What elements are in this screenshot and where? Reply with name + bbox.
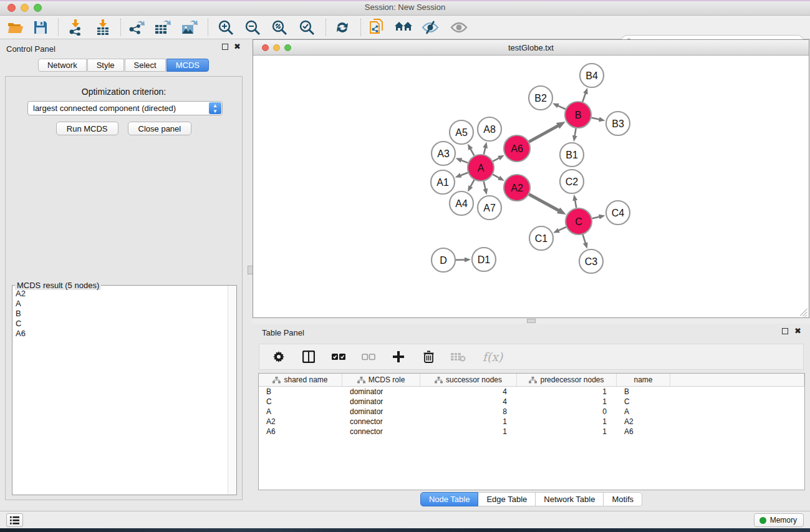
export-image-icon[interactable]: [179, 17, 200, 37]
task-history-button[interactable]: [6, 513, 23, 527]
column-header-shared-name[interactable]: shared name: [259, 374, 342, 386]
edge-A-A4[interactable]: [470, 180, 474, 186]
close-table-panel-icon[interactable]: ✖: [794, 328, 801, 334]
tab-mcds[interactable]: MCDS: [166, 59, 209, 72]
mcds-result-list[interactable]: A2ABCA6: [13, 288, 227, 494]
edge-A-A5[interactable]: [470, 148, 474, 155]
table-panel-title: Table Panel: [262, 328, 304, 337]
node-label-C: C: [575, 216, 582, 227]
table-row[interactable]: A6connector11A6: [259, 427, 804, 437]
export-table-icon[interactable]: [152, 17, 173, 37]
tab-motifs[interactable]: Motifs: [604, 492, 642, 506]
import-table-icon[interactable]: [92, 17, 113, 37]
new-session-icon[interactable]: [367, 17, 388, 37]
tab-network-table[interactable]: Network Table: [536, 492, 604, 506]
node-label-B4: B4: [586, 70, 598, 81]
result-scrollbar[interactable]: [228, 286, 236, 495]
horizontal-splitter-grip[interactable]: [527, 319, 536, 323]
close-panel-icon[interactable]: ✖: [234, 44, 241, 50]
show-graphics-details-icon[interactable]: [448, 17, 470, 37]
float-panel-icon[interactable]: [222, 44, 228, 50]
node-table[interactable]: shared nameMCDS rolesuccessor nodesprede…: [258, 373, 805, 490]
import-network-icon[interactable]: [65, 17, 86, 37]
refresh-icon[interactable]: [332, 17, 353, 37]
edge-C-C3[interactable]: [583, 235, 586, 243]
mcds-result-item[interactable]: B: [16, 309, 224, 319]
memory-button[interactable]: Memory: [754, 513, 804, 527]
edge-B-B1[interactable]: [575, 128, 576, 137]
table-row[interactable]: A2connector11A2: [259, 417, 804, 427]
hide-graphics-details-icon[interactable]: [420, 17, 441, 37]
tab-style[interactable]: Style: [87, 59, 124, 72]
table-row[interactable]: Cdominator41C: [259, 397, 804, 407]
edge-A2-C[interactable]: [529, 195, 559, 211]
table-body: Bdominator41BCdominator41CAdominator80AA…: [259, 387, 804, 437]
network-canvas[interactable]: B4B2BB3A5A8A6A3B1AA1C2A2A4A7C4CC1DD1C3: [253, 56, 809, 317]
zoom-fit-icon[interactable]: [269, 17, 290, 37]
delete-column-trash-icon[interactable]: [420, 349, 436, 365]
zoom-in-icon[interactable]: [215, 17, 236, 37]
node-label-A7: A7: [483, 203, 496, 213]
node-label-D: D: [440, 255, 447, 266]
mcds-result-item[interactable]: C: [16, 319, 224, 329]
edge-A-A2[interactable]: [493, 175, 499, 178]
node-label-D1: D1: [478, 254, 491, 265]
toolbar-separator: [208, 19, 208, 36]
mcds-result-item[interactable]: A: [16, 299, 224, 309]
edge-B-B4[interactable]: [582, 93, 586, 102]
mcds-result-item[interactable]: A2: [16, 289, 224, 299]
create-column-plus-icon[interactable]: [390, 349, 407, 365]
edge-C-C4[interactable]: [592, 217, 599, 219]
edge-A6-B[interactable]: [529, 125, 558, 142]
horizontal-splitter[interactable]: [253, 318, 810, 324]
column-header-MCDS-role[interactable]: MCDS role: [342, 374, 420, 386]
toggle-panes-icon[interactable]: [301, 349, 317, 365]
edge-A-A6[interactable]: [493, 158, 499, 162]
open-session-icon[interactable]: [5, 17, 26, 37]
tab-edge-table[interactable]: Edge Table: [478, 492, 536, 506]
node-label-A: A: [478, 163, 485, 173]
mcds-result-item[interactable]: A6: [16, 329, 224, 339]
save-session-icon[interactable]: [30, 17, 51, 37]
edge-C-C2[interactable]: [575, 200, 576, 208]
float-table-panel-icon[interactable]: [782, 328, 788, 334]
node-label-A1: A1: [436, 177, 449, 188]
resize-grip-icon[interactable]: [799, 307, 808, 316]
table-row[interactable]: Bdominator41B: [259, 387, 804, 397]
edge-A-A8[interactable]: [484, 147, 486, 154]
table-row[interactable]: Adominator80A: [259, 407, 804, 417]
edge-B-B2[interactable]: [557, 105, 566, 109]
tab-select[interactable]: Select: [125, 59, 166, 72]
criterion-value: largest connected component (directed): [33, 104, 176, 113]
window-title: Session: New Session: [0, 2, 810, 12]
run-mcds-button[interactable]: Run MCDS: [56, 122, 118, 135]
table-settings-gear-icon[interactable]: [271, 349, 287, 365]
tab-network[interactable]: Network: [38, 59, 87, 72]
node-label-A2: A2: [511, 183, 523, 193]
edge-A-A3[interactable]: [461, 160, 468, 163]
select-all-icon[interactable]: [330, 349, 347, 365]
edge-A-A7[interactable]: [484, 181, 486, 189]
edge-B-B3[interactable]: [591, 118, 599, 120]
column-header-name[interactable]: name: [617, 374, 670, 386]
home-layout-icon[interactable]: [393, 17, 414, 37]
node-label-C3: C3: [585, 256, 598, 267]
zoom-out-icon[interactable]: [242, 17, 263, 37]
node-label-A5: A5: [455, 127, 468, 138]
tab-node-table[interactable]: Node Table: [420, 492, 479, 506]
edge-A-A1[interactable]: [460, 173, 468, 176]
column-header-successor-nodes[interactable]: successor nodes: [420, 374, 517, 386]
zoom-selected-icon[interactable]: [296, 17, 317, 37]
hierarchy-icon: [272, 377, 281, 384]
network-graph[interactable]: B4B2BB3A5A8A6A3B1AA1C2A2A4A7C4CC1DD1C3: [253, 56, 809, 317]
function-builder-button[interactable]: f(x): [480, 349, 505, 365]
network-view-titlebar: testGlobe.txt: [253, 40, 809, 56]
delete-table-icon[interactable]: [450, 349, 466, 365]
edge-C-C1[interactable]: [558, 227, 566, 231]
export-network-icon[interactable]: [126, 17, 147, 37]
column-header-predecessor-nodes[interactable]: predecessor nodes: [517, 374, 617, 386]
deselect-all-icon[interactable]: [360, 349, 377, 365]
criterion-select[interactable]: largest connected component (directed) ▲…: [27, 101, 223, 115]
node-label-B2: B2: [534, 93, 547, 104]
close-panel-button[interactable]: Close panel: [128, 122, 192, 135]
